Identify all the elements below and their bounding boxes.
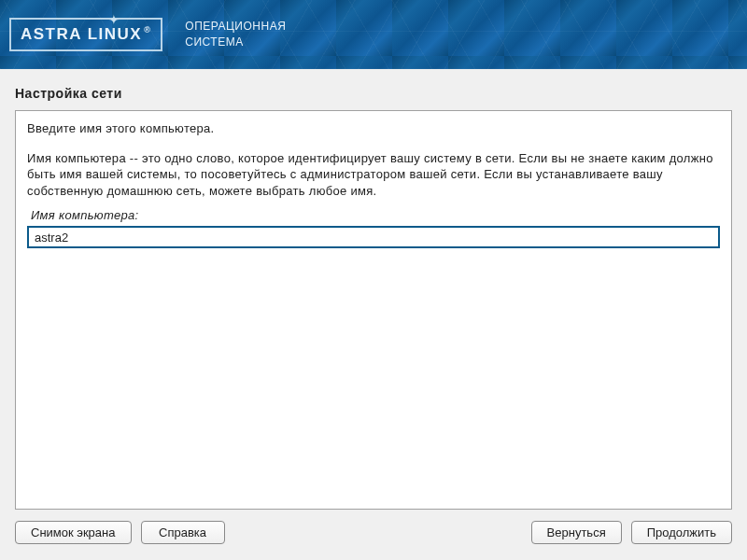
hostname-label: Имя компьютера:	[31, 208, 720, 222]
logo: ✦ ASTRA LINUX®	[9, 18, 162, 51]
screenshot-button[interactable]: Снимок экрана	[15, 521, 132, 544]
back-button[interactable]: Вернуться	[531, 521, 622, 544]
button-bar: Снимок экрана Справка Вернуться Продолжи…	[0, 510, 747, 555]
help-button[interactable]: Справка	[141, 521, 225, 544]
logo-text: ASTRA LINUX®	[21, 25, 151, 43]
header-banner: ✦ ASTRA LINUX® ОПЕРАЦИОННАЯ СИСТЕМА	[0, 0, 747, 69]
content-area: Настройка сети Введите имя этого компьют…	[0, 69, 747, 510]
star-icon: ✦	[108, 12, 120, 27]
main-panel: Введите имя этого компьютера. Имя компью…	[15, 110, 732, 510]
left-buttons: Снимок экрана Справка	[15, 521, 225, 544]
header-subtitle: ОПЕРАЦИОННАЯ СИСТЕМА	[185, 19, 286, 50]
hostname-input[interactable]	[27, 226, 720, 248]
right-buttons: Вернуться Продолжить	[531, 521, 732, 544]
instruction-text-1: Введите имя этого компьютера.	[27, 120, 720, 137]
continue-button[interactable]: Продолжить	[631, 521, 732, 544]
page-title: Настройка сети	[15, 80, 732, 110]
instruction-text-2: Имя компьютера -- это одно слово, которо…	[27, 150, 720, 200]
